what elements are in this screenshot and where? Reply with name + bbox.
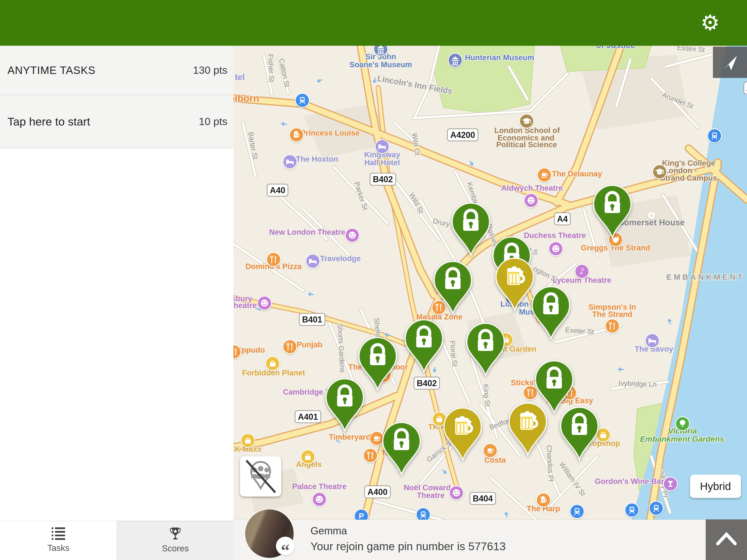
poi-theatre-icon[interactable] <box>449 486 463 500</box>
poi-hotel-icon[interactable] <box>645 334 659 348</box>
poi-hotel-icon[interactable] <box>375 139 389 154</box>
poi-theatre-icon[interactable] <box>257 296 272 310</box>
map-poi-label: Soane's Museum <box>350 60 412 69</box>
map-poi-label: Embankment Gardens <box>640 434 724 443</box>
poi-edu-icon[interactable] <box>520 114 534 128</box>
poi-tree-icon[interactable] <box>675 417 690 431</box>
map-street-label: Ivybridge Ln <box>618 379 656 388</box>
map-poi-label: The Strand <box>592 310 633 319</box>
no-people-pin-icon <box>240 456 281 497</box>
tab-scores[interactable]: Scores <box>117 521 233 560</box>
poi-hotel-icon[interactable] <box>306 254 320 268</box>
tab-tasks-label: Tasks <box>0 543 117 553</box>
poi-music-icon[interactable]: ♪ <box>575 264 589 278</box>
map-poi-label: Theatre <box>233 301 257 310</box>
anytime-tasks-label: ANYTIME TASKS <box>7 64 96 77</box>
road-badge: A400 <box>365 486 390 498</box>
poi-theatre-icon[interactable] <box>549 242 563 256</box>
map-poi-label: The Delaunay <box>552 169 602 178</box>
poi-bag-icon[interactable] <box>266 356 280 371</box>
map-canvas[interactable]: Fisher StCatton StBarter StParker StWild… <box>233 46 747 520</box>
anytime-tasks-header-row: ANYTIME TASKS 130 pts <box>0 46 233 95</box>
map-poi-label: Strand Campus <box>660 174 717 182</box>
chevron-up-icon <box>716 532 737 546</box>
poi-pub-icon[interactable] <box>289 128 304 142</box>
settings-gear-icon[interactable]: ⚙ <box>699 12 721 34</box>
poi-cafe-icon[interactable] <box>370 431 384 446</box>
map-poi-label: Punjab <box>297 340 323 349</box>
road-badge: A401 <box>295 411 321 423</box>
locate-me-button[interactable] <box>713 47 747 78</box>
poi-museum-icon[interactable] <box>448 53 462 67</box>
poi-rest-icon[interactable] <box>283 340 297 354</box>
poi-train-icon[interactable] <box>649 501 663 515</box>
poi-cafe-icon[interactable] <box>483 444 497 458</box>
map-poi-label: Political Science <box>496 140 557 149</box>
poi-rest-icon[interactable] <box>432 300 446 315</box>
poi-theatre-icon[interactable] <box>345 228 359 242</box>
tap-to-start-points: 10 pts <box>199 115 227 128</box>
map-poi-label: The Hoxton <box>296 155 338 163</box>
road-badge: B401 <box>299 313 325 325</box>
poi-train-icon[interactable] <box>707 129 722 143</box>
map-poi-label: Aldwych Theatre <box>501 184 563 192</box>
svg-text:♪: ♪ <box>579 266 585 276</box>
svg-text:A401: A401 <box>298 412 318 422</box>
poi-edu-icon[interactable] <box>653 165 667 179</box>
tap-to-start-row[interactable]: Tap here to start 10 pts <box>0 95 233 149</box>
expand-chat-button[interactable] <box>706 519 747 560</box>
hide-players-button[interactable] <box>240 456 281 497</box>
poi-museum-icon[interactable] <box>374 46 388 56</box>
poi-rest-icon[interactable] <box>523 386 537 400</box>
poi-cocktail-icon[interactable] <box>664 477 677 491</box>
road-badge: B402 <box>370 173 396 185</box>
road-badge: B402 <box>414 377 440 389</box>
poi-theatre-icon[interactable] <box>312 492 326 506</box>
poi-train-icon[interactable] <box>625 503 639 517</box>
map-poi-label: Theatre <box>417 491 444 500</box>
map-poi-label: tel <box>235 72 244 82</box>
svg-text:A4: A4 <box>557 214 568 224</box>
poi-train-icon[interactable] <box>570 504 584 518</box>
poi-theatre-icon[interactable] <box>524 193 538 208</box>
poi-parking-icon[interactable]: P <box>354 509 368 520</box>
svg-text:B404: B404 <box>473 494 493 503</box>
road-badge: B404 <box>470 492 496 504</box>
poi-train-icon[interactable] <box>416 508 430 520</box>
notification-message: Your rejoin game pin number is 577613 <box>310 540 506 553</box>
notification-sender: Gemma <box>310 525 347 537</box>
map-poi-label: Duchess Theatre <box>524 231 586 240</box>
poi-rest-icon[interactable] <box>363 449 378 462</box>
road-badge: A4200 <box>447 129 478 141</box>
svg-text:A40: A40 <box>270 186 285 195</box>
poi-bag-icon[interactable] <box>596 428 610 442</box>
map-poi-label: Travelodge <box>320 254 361 263</box>
poi-train-icon[interactable] <box>295 93 309 107</box>
trophy-icon <box>168 526 183 541</box>
poi-rest-icon[interactable] <box>605 319 619 333</box>
anytime-tasks-points: 130 pts <box>193 64 227 76</box>
map-poi-label: Timberyard <box>329 433 370 441</box>
map-poi-label: New London Theatre <box>269 228 345 236</box>
poi-rest-icon[interactable] <box>266 252 281 266</box>
bottom-tab-bar: Tasks Scores <box>0 521 233 560</box>
poi-ring-icon[interactable] <box>648 212 655 219</box>
road-badge: A40 <box>267 184 288 196</box>
poi-pub-icon[interactable] <box>536 493 550 507</box>
road-badge: A4 <box>555 213 570 225</box>
notification-bar[interactable]: “ Gemma Your rejoin game pin number is 5… <box>233 519 747 560</box>
tab-tasks[interactable]: Tasks <box>0 521 117 560</box>
app-header: ⚙ <box>0 0 747 46</box>
hybrid-map-toggle[interactable]: Hybrid <box>690 475 741 498</box>
poi-bag-icon[interactable] <box>301 450 315 464</box>
map-poi-label: Princess Louise <box>301 129 360 137</box>
poi-cafe-icon[interactable] <box>537 168 551 182</box>
list-icon <box>51 526 66 541</box>
svg-text:B402: B402 <box>373 175 393 184</box>
map-view[interactable]: Fisher StCatton StBarter StParker StWild… <box>233 46 747 520</box>
svg-text:A400: A400 <box>367 487 387 497</box>
poi-bag-icon[interactable] <box>241 433 255 448</box>
map-poi-label: Ippudo <box>239 346 265 354</box>
quote-icon: “ <box>276 537 294 555</box>
poi-hotel-icon[interactable] <box>283 155 297 169</box>
